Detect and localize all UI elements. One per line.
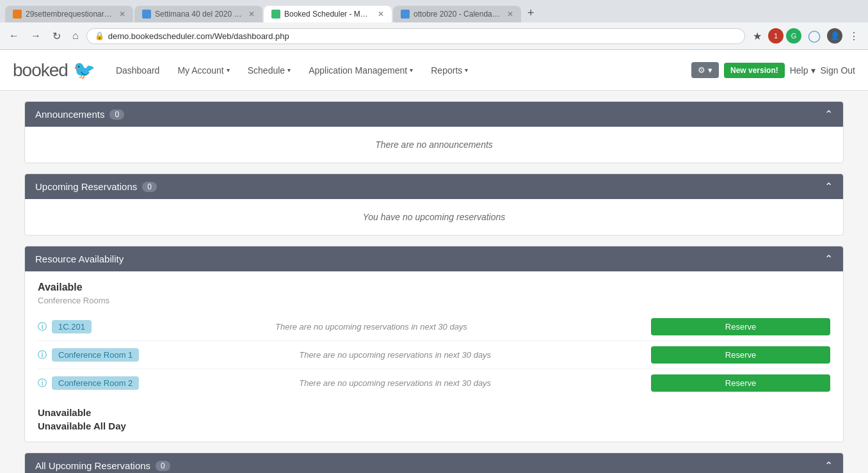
browser-tab-3[interactable]: Booked Scheduler - My Da... ✕ <box>264 6 392 22</box>
resource-availability-title: Resource Availability <box>35 253 124 264</box>
tab-icon-2 <box>142 10 151 19</box>
app-logo[interactable]: booked 🐦 <box>13 60 95 81</box>
upcoming-reservations-badge: 0 <box>142 182 157 192</box>
resource-tag-3[interactable]: Conference Room 2 <box>52 376 139 390</box>
resource-row-1: ⓘ 1C.201 There are no upcoming reservati… <box>38 313 830 341</box>
extension-btn-2[interactable]: G <box>786 28 801 44</box>
tab-title-1: 29settembrequestionarion <box>26 10 113 19</box>
lock-icon: 🔒 <box>95 31 104 40</box>
announcements-body: There are no announcements <box>25 127 843 163</box>
logo-text: booked <box>13 60 68 81</box>
nav-my-account[interactable]: My Account ▾ <box>170 60 237 81</box>
address-bar[interactable]: 🔒 demo.bookedscheduler.com/Web/dashboard… <box>86 28 745 44</box>
all-upcoming-header: All Upcoming Reservations 0 ⌃ <box>25 453 843 473</box>
back-button[interactable]: ← <box>5 28 23 44</box>
all-upcoming-badge: 0 <box>156 461 170 471</box>
resource-tag-2[interactable]: Conference Room 1 <box>52 348 139 362</box>
resource-tag-1[interactable]: 1C.201 <box>52 320 92 333</box>
all-upcoming-title: All Upcoming Reservations 0 <box>35 460 170 471</box>
browser-tab-2[interactable]: Settimana 40 del 2020 - C... ✕ <box>134 6 262 22</box>
nav-reports-label: Reports <box>431 65 462 76</box>
browser-toolbar: ← → ↻ ⌂ 🔒 demo.bookedscheduler.com/Web/d… <box>0 22 868 50</box>
gear-button[interactable]: ⚙ ▾ <box>691 62 719 78</box>
url-text: demo.bookedscheduler.com/Web/dashboard.p… <box>108 31 737 41</box>
tab-title-2: Settimana 40 del 2020 - C... <box>155 10 242 19</box>
resource-row-2: ⓘ Conference Room 1 There are no upcomin… <box>38 341 830 369</box>
all-upcoming-toggle[interactable]: ⌃ <box>824 460 833 472</box>
tab-icon-1 <box>13 10 22 19</box>
announcements-toggle[interactable]: ⌃ <box>824 108 833 120</box>
new-version-button[interactable]: New version! <box>724 63 785 78</box>
tab-close-1[interactable]: ✕ <box>119 10 125 19</box>
menu-button[interactable]: ⋮ <box>845 28 863 45</box>
browser-tab-4[interactable]: ottobre 2020 - Calendario ... ✕ <box>393 6 521 22</box>
gear-caret: ▾ <box>708 65 712 75</box>
signout-button[interactable]: Sign Out <box>821 65 855 76</box>
forward-button[interactable]: → <box>27 28 45 44</box>
browser-tab-1[interactable]: 29settembrequestionarion ✕ <box>5 6 133 22</box>
nav-dashboard[interactable]: Dashboard <box>108 60 168 81</box>
help-caret: ▾ <box>811 65 816 76</box>
unavailable-section: Unavailable Unavailable All Day <box>25 407 843 442</box>
announcements-badge: 0 <box>109 109 124 120</box>
unavailable-allday-title: Unavailable All Day <box>38 421 830 431</box>
reports-caret: ▾ <box>465 67 468 74</box>
nav-my-account-label: My Account <box>177 65 223 76</box>
upcoming-reservations-header: Upcoming Reservations 0 ⌃ <box>25 174 843 199</box>
nav-application-management[interactable]: Application Management ▾ <box>301 60 421 81</box>
nav-app-mgmt-label: Application Management <box>309 65 407 76</box>
announcements-empty-message: There are no announcements <box>375 140 493 150</box>
upcoming-reservations-empty: You have no upcoming reservations <box>363 212 506 222</box>
upcoming-reservations-body: You have no upcoming reservations <box>25 199 843 235</box>
resource-availability-toggle[interactable]: ⌃ <box>824 253 833 265</box>
home-button[interactable]: ⌂ <box>68 28 83 44</box>
main-content: Announcements 0 ⌃ There are no announcem… <box>12 91 856 473</box>
resource-note-3: There are no upcoming reservations in ne… <box>139 378 651 388</box>
gear-icon: ⚙ <box>698 65 705 75</box>
tab-close-4[interactable]: ✕ <box>507 10 513 19</box>
schedule-caret: ▾ <box>287 67 291 74</box>
all-upcoming-panel: All Upcoming Reservations 0 ⌃ There are … <box>24 453 844 473</box>
resource-info-icon-1[interactable]: ⓘ <box>38 321 47 333</box>
resource-info-icon-2[interactable]: ⓘ <box>38 349 47 361</box>
reserve-button-1[interactable]: Reserve <box>651 318 830 335</box>
nav-schedule-label: Schedule <box>248 65 285 76</box>
resource-available-section: Available Conference Rooms ⓘ 1C.201 Ther… <box>25 271 843 407</box>
nav-schedule[interactable]: Schedule ▾ <box>240 60 298 81</box>
announcements-header: Announcements 0 ⌃ <box>25 102 843 127</box>
browser-actions: ★ 1 G ◯ 👤 ⋮ <box>749 26 863 45</box>
logo-bird-icon: 🐦 <box>73 60 95 81</box>
announcements-panel: Announcements 0 ⌃ There are no announcem… <box>24 101 844 163</box>
app-mgmt-caret: ▾ <box>410 67 413 74</box>
resource-note-1: There are no upcoming reservations in ne… <box>92 322 651 332</box>
resource-row-3: ⓘ Conference Room 2 There are no upcomin… <box>38 369 830 397</box>
help-button[interactable]: Help ▾ <box>790 65 816 76</box>
new-tab-button[interactable]: + <box>522 4 540 22</box>
tab-close-2[interactable]: ✕ <box>248 10 255 19</box>
upcoming-reservations-toggle[interactable]: ⌃ <box>824 180 833 193</box>
browser-tabs: 29settembrequestionarion ✕ Settimana 40 … <box>0 0 868 22</box>
help-label: Help <box>790 65 808 76</box>
tab-icon-4 <box>401 10 410 19</box>
upcoming-reservations-title: Upcoming Reservations 0 <box>35 181 157 192</box>
announcements-title: Announcements 0 <box>35 109 124 120</box>
tab-close-3[interactable]: ✕ <box>378 10 384 19</box>
extension-btn-3[interactable]: ◯ <box>804 26 824 45</box>
resource-info-icon-3[interactable]: ⓘ <box>38 378 47 389</box>
nav-dashboard-label: Dashboard <box>116 65 160 76</box>
profile-button[interactable]: 👤 <box>827 28 842 44</box>
reload-button[interactable]: ↻ <box>49 28 65 45</box>
bookmark-button[interactable]: ★ <box>749 28 766 45</box>
nav-reports[interactable]: Reports ▾ <box>423 60 476 81</box>
tab-icon-3 <box>271 10 280 19</box>
main-nav: Dashboard My Account ▾ Schedule ▾ Applic… <box>108 60 679 81</box>
resource-category: Conference Rooms <box>38 296 830 305</box>
reserve-button-3[interactable]: Reserve <box>651 374 830 392</box>
tab-title-4: ottobre 2020 - Calendario ... <box>414 10 501 19</box>
unavailable-title: Unavailable <box>38 407 830 418</box>
nav-right: ⚙ ▾ New version! Help ▾ Sign Out <box>691 62 855 78</box>
resource-note-2: There are no upcoming reservations in ne… <box>139 350 651 360</box>
extension-btn-1[interactable]: 1 <box>768 28 784 44</box>
resource-availability-panel: Resource Availability ⌃ Available Confer… <box>24 246 844 442</box>
reserve-button-2[interactable]: Reserve <box>651 346 830 364</box>
